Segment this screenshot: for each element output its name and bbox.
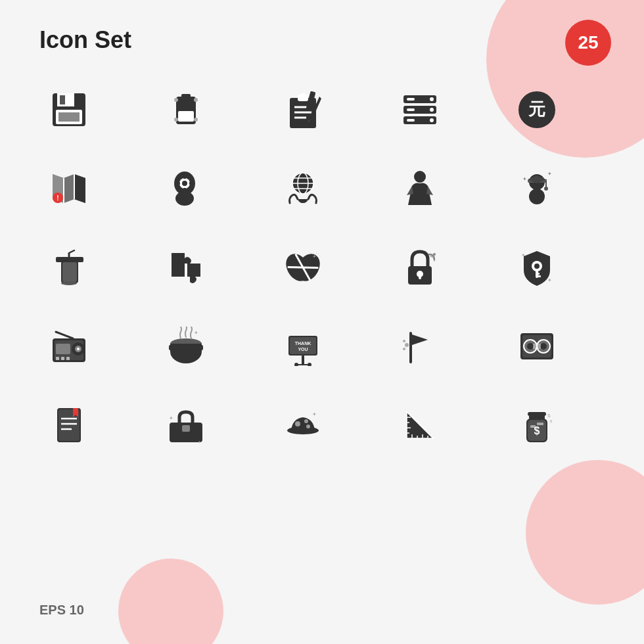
map-alert-icon: ! [39, 159, 99, 218]
yuan-coin-icon: 元 [507, 80, 566, 139]
svg-rect-144 [291, 428, 315, 432]
icons-grid: 元 ! [39, 80, 605, 455]
svg-point-25 [430, 108, 434, 112]
svg-rect-4 [58, 112, 80, 122]
svg-text:✦: ✦ [194, 330, 198, 336]
floppy-disk-icon [39, 80, 99, 139]
toolbox-icon: ✦ ✦ [156, 396, 216, 455]
svg-point-99 [77, 348, 80, 350]
smart-lock-icon [390, 238, 449, 297]
svg-rect-140 [182, 425, 190, 432]
svg-rect-90 [536, 273, 540, 275]
svg-rect-119 [409, 332, 412, 363]
svg-text:·: · [175, 329, 177, 333]
eps-label: EPS 10 [39, 603, 84, 618]
ebook-icon [39, 396, 99, 455]
shield-key-icon: ✦ ✦ [507, 238, 566, 297]
svg-point-121 [403, 340, 405, 342]
svg-text:$: $ [547, 413, 551, 419]
puzzle-icon [156, 238, 216, 297]
svg-rect-1 [57, 93, 74, 106]
flag-icon [390, 317, 449, 376]
svg-rect-106 [170, 344, 202, 352]
svg-point-8 [174, 98, 178, 102]
svg-rect-71 [56, 257, 83, 262]
pills-icon: ✦ · [273, 238, 333, 297]
svg-text:✦: ✦ [198, 440, 201, 444]
page-title: Icon Set [39, 26, 605, 54]
svg-point-65 [544, 187, 548, 191]
svg-point-24 [430, 97, 434, 101]
svg-text:✦: ✦ [547, 277, 552, 283]
svg-rect-164 [537, 423, 543, 425]
svg-text:·: · [316, 251, 317, 255]
girl-dress-icon [390, 159, 449, 218]
radio-icon [39, 317, 99, 376]
svg-rect-89 [536, 275, 541, 277]
svg-rect-100 [56, 357, 59, 360]
svg-rect-27 [407, 98, 415, 101]
svg-point-85 [433, 253, 436, 256]
svg-rect-102 [66, 357, 70, 360]
globe-hands-icon [273, 159, 333, 218]
svg-rect-108 [200, 345, 203, 350]
svg-text:!: ! [57, 195, 58, 202]
graduate-icon: ✦ ✦ · [507, 159, 566, 218]
svg-line-95 [56, 332, 73, 338]
svg-rect-161 [528, 412, 546, 416]
svg-rect-42 [175, 191, 194, 206]
svg-rect-28 [407, 108, 415, 111]
svg-point-11 [174, 118, 178, 122]
battery-icon [156, 80, 216, 139]
clipboard-pencil-icon [273, 80, 333, 139]
svg-rect-107 [169, 345, 172, 350]
svg-rect-101 [61, 357, 64, 360]
svg-text:元: 元 [528, 100, 545, 119]
svg-rect-48 [175, 182, 180, 185]
svg-text:THANK: THANK [295, 341, 311, 346]
svg-point-120 [405, 343, 409, 347]
svg-point-75 [61, 281, 77, 285]
svg-point-130 [540, 343, 547, 350]
svg-point-9 [194, 98, 198, 102]
money-jar-icon: $ $ $ [507, 396, 566, 455]
svg-rect-163 [530, 425, 536, 428]
svg-point-122 [403, 348, 405, 350]
svg-point-127 [527, 343, 534, 350]
svg-rect-6 [181, 94, 191, 98]
svg-point-147 [306, 425, 310, 428]
svg-rect-131 [533, 344, 541, 349]
svg-text:✦: ✦ [521, 252, 526, 258]
svg-rect-2 [60, 95, 65, 104]
svg-rect-84 [419, 274, 421, 279]
svg-point-87 [534, 264, 540, 269]
svg-point-44 [182, 181, 187, 186]
badge-number: 25 [565, 20, 611, 66]
svg-rect-61 [529, 189, 545, 204]
svg-line-73 [69, 250, 74, 253]
svg-text:$: $ [550, 419, 553, 423]
svg-rect-112 [290, 337, 316, 354]
cooking-pot-icon: ✦ · [156, 317, 216, 376]
svg-text:·: · [550, 180, 551, 184]
svg-rect-45 [183, 174, 186, 179]
svg-rect-7 [178, 111, 194, 122]
thank-you-sign-icon: THANK YOU [273, 317, 333, 376]
svg-point-145 [295, 421, 300, 426]
database-icon [390, 80, 449, 139]
svg-text:✦: ✦ [169, 415, 173, 421]
svg-point-146 [304, 419, 308, 423]
svg-text:✦: ✦ [312, 411, 317, 417]
cassette-icon [507, 317, 566, 376]
svg-rect-46 [183, 188, 186, 193]
svg-text:✦: ✦ [547, 171, 552, 177]
ruler-corner-icon [390, 396, 449, 455]
drink-icon [39, 238, 99, 297]
svg-text:·: · [290, 435, 291, 439]
svg-point-59 [414, 171, 426, 183]
mushroom-hat-icon: ✦ · [273, 396, 333, 455]
svg-rect-47 [189, 182, 194, 185]
svg-text:✦: ✦ [522, 176, 527, 182]
svg-point-10 [194, 118, 198, 122]
svg-rect-29 [407, 119, 415, 122]
